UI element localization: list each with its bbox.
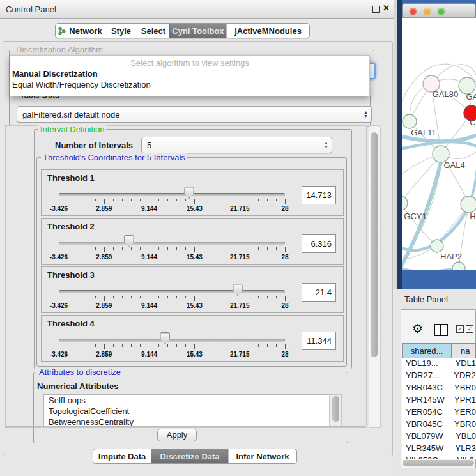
cell-shared-name[interactable]: YBR043C <box>402 383 449 395</box>
float-window-icon[interactable] <box>372 6 380 13</box>
cell-shared-name[interactable]: YER054C <box>402 407 449 419</box>
slider-tick <box>258 296 259 298</box>
threshold-slider-track[interactable] <box>59 290 285 293</box>
cell-name[interactable]: YBL0 <box>450 431 476 443</box>
network-node[interactable] <box>452 262 465 270</box>
slider-tick <box>276 247 277 250</box>
table-header-row: shared... na <box>402 343 476 358</box>
threshold-slider-track[interactable] <box>59 193 285 196</box>
network-node[interactable] <box>431 240 443 252</box>
table-row[interactable]: YIL052CYIL0 <box>402 456 476 459</box>
threshold-value-field[interactable]: 14.713 <box>302 186 336 204</box>
cell-name[interactable]: YER0 <box>449 407 476 419</box>
apply-button[interactable]: Apply <box>157 429 197 441</box>
thresholds-title: Threshold's Coordinates for 5 Intervals <box>41 153 187 162</box>
table-row[interactable]: YDR27...YDR2 <box>402 371 476 383</box>
slider-tick <box>176 296 177 298</box>
popup-option[interactable]: Manual Discretization <box>12 69 98 79</box>
cell-name[interactable]: YBR0 <box>449 419 476 431</box>
network-node[interactable] <box>402 196 408 210</box>
threshold-slider-thumb[interactable] <box>233 284 243 296</box>
table-horizontal-scrollbar[interactable] <box>403 460 474 466</box>
tab-style[interactable]: Style <box>105 24 137 38</box>
threshold-value-field[interactable]: 11.344 <box>302 332 336 350</box>
network-node[interactable] <box>403 114 417 128</box>
table-row[interactable]: YPR145WYPR1 <box>402 395 476 407</box>
column-header-name[interactable]: na <box>452 343 476 358</box>
threshold-slider-thumb[interactable] <box>124 235 134 247</box>
table-row[interactable]: YBR043CYBR0 <box>402 383 476 395</box>
threshold-slider-track[interactable] <box>59 242 285 245</box>
list-scrollbar[interactable] <box>329 394 342 426</box>
slider-tick-label: -3.426 <box>50 302 68 309</box>
slider-tick <box>68 344 68 347</box>
cell-name[interactable]: YBR0 <box>449 383 476 395</box>
popup-option[interactable]: Equal Width/Frequency Discretization <box>12 80 151 89</box>
tab-cyni-toolbox[interactable]: Cyni Toolbox <box>169 24 226 38</box>
split-pane-icon[interactable] <box>434 324 448 336</box>
tab-network[interactable]: Network <box>56 24 105 38</box>
slider-tick-label: 2.859 <box>96 351 112 358</box>
table-row[interactable]: YBR045CYBR0 <box>402 419 476 431</box>
cell-shared-name[interactable]: YPR145W <box>402 395 449 407</box>
threshold-slider-track[interactable] <box>59 339 285 342</box>
threshold-value-field[interactable]: 21.4 <box>302 283 336 302</box>
threshold-value-field[interactable]: 6.316 <box>302 234 336 253</box>
network-node[interactable] <box>461 196 476 213</box>
slider-tick-label: 15.43 <box>187 302 203 309</box>
list-item[interactable]: SelfLoops <box>44 395 330 406</box>
table-data-combo[interactable]: galFiltered.sif default node ▲▼ <box>17 106 372 123</box>
slider-tick <box>95 199 96 201</box>
cell-name[interactable]: YPR1 <box>449 395 476 407</box>
network-view-canvas[interactable]: GAL80GAGAL11CGAL4GCY1HHAP2 <box>402 18 476 270</box>
cell-name[interactable]: YDR2 <box>449 371 476 383</box>
num-intervals-combo[interactable]: 5 ▲▼ <box>141 137 332 153</box>
tab-discretize-data[interactable]: Discretize Data <box>151 449 228 463</box>
slider-tick <box>95 344 96 347</box>
vertical-scrollbar[interactable] <box>369 125 381 428</box>
table-row[interactable]: YLR345WYLR3 <box>402 443 476 456</box>
mac-zoom-icon[interactable] <box>438 8 445 15</box>
threshold-slider-thumb[interactable] <box>160 332 170 344</box>
cell-name[interactable]: YIL0 <box>452 456 474 459</box>
cell-name[interactable]: YLR3 <box>450 443 476 456</box>
checkbox-icon[interactable]: ✓ <box>466 325 473 333</box>
node-attribute-table[interactable]: shared... na YDL19...YDL1YDR27...YDR2YBR… <box>402 343 476 459</box>
slider-tick-label: 28 <box>281 351 288 358</box>
checkbox-icon[interactable]: ✓ <box>456 325 464 333</box>
table-row[interactable]: YER054CYER0 <box>402 407 476 419</box>
slider-tick <box>122 296 123 298</box>
threshold-panel: Threshold 3-3.4262.8599.14415.4321.71528… <box>41 266 344 313</box>
close-icon[interactable]: ✕ <box>383 3 390 13</box>
column-header-shared[interactable]: shared... <box>402 343 452 358</box>
slider-tick <box>167 344 168 347</box>
cell-shared-name[interactable]: YDR27... <box>402 371 449 383</box>
tab-impute-data[interactable]: Impute Data <box>93 449 151 463</box>
mac-minimize-icon[interactable] <box>424 8 431 15</box>
cell-shared-name[interactable]: YDL19... <box>402 358 450 371</box>
slider-tick <box>185 247 186 250</box>
table-row[interactable]: YBL079WYBL0 <box>402 431 476 443</box>
node-label: H <box>470 211 475 221</box>
numerical-attributes-list[interactable]: SelfLoopsTopologicalCoefficientBetweenne… <box>43 394 330 427</box>
slider-tick-label: -3.426 <box>50 205 68 212</box>
window-shadow <box>397 0 402 289</box>
threshold-slider-thumb[interactable] <box>184 187 194 199</box>
cell-shared-name[interactable]: YBL079W <box>402 431 450 443</box>
cell-shared-name[interactable]: YIL052C <box>402 456 452 459</box>
mac-close-icon[interactable] <box>410 8 417 15</box>
cell-shared-name[interactable]: YLR345W <box>402 443 450 456</box>
tab-jactivemnodules[interactable]: jActiveMNodules <box>226 24 309 38</box>
gear-icon[interactable]: ⚙ <box>412 321 423 336</box>
network-window-titlebar[interactable] <box>402 3 476 18</box>
tab-infer-network[interactable]: Infer Network <box>228 449 296 463</box>
table-row[interactable]: YDL19...YDL1 <box>402 358 476 371</box>
scrollbar-thumb[interactable] <box>371 132 378 357</box>
tab-select[interactable]: Select <box>137 24 169 38</box>
cell-name[interactable]: YDL1 <box>450 358 476 371</box>
list-scrollbar-thumb[interactable] <box>332 396 339 422</box>
slider-tick <box>167 247 168 250</box>
list-item[interactable]: TopologicalCoefficient <box>44 406 330 417</box>
cell-shared-name[interactable]: YBR045C <box>402 419 449 431</box>
node-label: GA <box>466 92 476 102</box>
